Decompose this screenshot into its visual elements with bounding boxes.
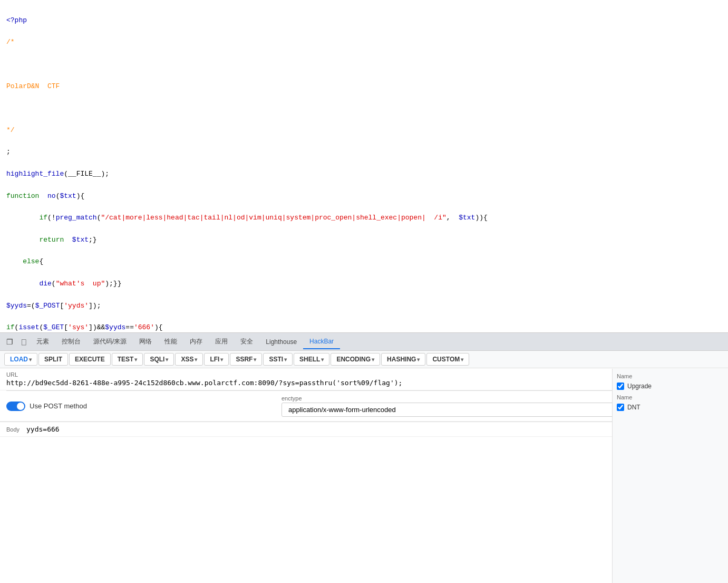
header-item-dnt: Name (617, 394, 724, 400)
tab-memory[interactable]: 内存 (183, 334, 209, 349)
code-display: <?php /* PolarD&N CTF */ ; highlight_fil… (0, 0, 728, 332)
header-upgrade-row: Upgrade (617, 383, 724, 390)
header-name-label-2: Name (617, 394, 632, 400)
devtools-icon-inspect[interactable]: ❐ (2, 336, 17, 348)
ssrf-button[interactable]: SSRF ▾ (230, 353, 262, 366)
code-content: <?php /* PolarD&N CTF */ ; highlight_fil… (0, 0, 728, 332)
header-dnt-row: DNT (617, 404, 724, 411)
tab-security[interactable]: 安全 (234, 334, 259, 349)
header-upgrade-checkbox[interactable] (617, 383, 624, 390)
header-item-upgrade: Name (617, 373, 724, 379)
sqli-button[interactable]: SQLI ▾ (144, 353, 174, 366)
split-button[interactable]: SPLIT (38, 353, 68, 366)
header-dnt-value: DNT (627, 404, 640, 411)
encoding-button[interactable]: ENCODING ▾ (331, 353, 380, 366)
execute-button[interactable]: EXECUTE (69, 353, 111, 366)
body-label: Body (6, 426, 22, 433)
hashing-button[interactable]: HASHING ▾ (381, 353, 425, 366)
tab-performance[interactable]: 性能 (158, 334, 183, 349)
headers-panel: Name Upgrade Name DNT (612, 369, 728, 583)
header-upgrade-value: Upgrade (627, 383, 652, 390)
hackbar-toolbar: LOAD ▾ SPLIT EXECUTE TEST ▾ SQLI ▾ XSS ▾ (0, 351, 728, 368)
header-name-label-1: Name (617, 373, 632, 379)
tab-console[interactable]: 控制台 (55, 334, 87, 349)
tab-application[interactable]: 应用 (209, 334, 234, 349)
lfi-button[interactable]: LFI ▾ (204, 353, 229, 366)
shell-button[interactable]: SHELL ▾ (294, 353, 329, 366)
header-dnt-checkbox[interactable] (617, 404, 624, 411)
load-arrow: ▾ (29, 357, 32, 362)
custom-button[interactable]: CUSTOM ▾ (426, 353, 469, 366)
post-method-toggle[interactable] (6, 402, 25, 411)
test-button[interactable]: TEST ▾ (112, 353, 143, 366)
tab-sources[interactable]: 源代码/来源 (87, 334, 133, 349)
devtools-tabbar: ❐ ⎕ 元素 控制台 源代码/来源 网络 性能 内存 应用 安全 Lightho… (0, 333, 728, 351)
load-button[interactable]: LOAD ▾ (4, 353, 37, 366)
post-method-label: Use POST method (30, 402, 87, 410)
tab-elements[interactable]: 元素 (30, 334, 55, 349)
ssti-button[interactable]: SSTI ▾ (263, 353, 293, 366)
tab-lighthouse[interactable]: Lighthouse (259, 335, 303, 349)
devtools-panel: ❐ ⎕ 元素 控制台 源代码/来源 网络 性能 内存 应用 安全 Lightho… (0, 332, 728, 583)
xss-button[interactable]: XSS ▾ (175, 353, 203, 366)
tab-network[interactable]: 网络 (133, 334, 158, 349)
tab-hackbar[interactable]: HackBar (303, 334, 340, 349)
devtools-icon-device[interactable]: ⎕ (17, 336, 30, 348)
